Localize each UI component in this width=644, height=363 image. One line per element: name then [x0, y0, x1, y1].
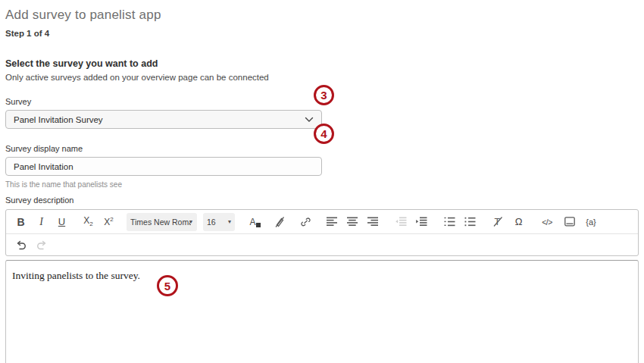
- clear-formatting-button[interactable]: T: [488, 213, 508, 231]
- annotation-circle-3: 3: [314, 85, 334, 105]
- add-survey-page: Add survey to panelist app Step 1 of 4 S…: [0, 0, 644, 363]
- indent-button[interactable]: [411, 213, 432, 231]
- rich-text-toolbar: B I U X2 X2 Times New Roman ▾ 16 ▾ A: [5, 209, 639, 256]
- fullscreen-icon: [564, 216, 576, 227]
- highlight-pen-icon: [274, 216, 286, 228]
- align-left-button[interactable]: [322, 213, 342, 231]
- undo-icon: [15, 239, 27, 251]
- align-left-icon: [327, 217, 338, 227]
- align-center-icon: [347, 217, 358, 227]
- page-title: Add survey to panelist app: [5, 8, 639, 23]
- chevron-down-icon: ▾: [228, 218, 231, 225]
- underline-button[interactable]: U: [52, 213, 72, 231]
- description-editor[interactable]: Inviting panelists to the survey.: [5, 260, 639, 363]
- annotation-circle-4: 4: [314, 124, 334, 144]
- survey-select[interactable]: Panel Invitation Survey: [5, 110, 322, 129]
- description-label: Survey description: [5, 196, 639, 205]
- font-family-value: Times New Roman: [130, 217, 191, 227]
- undo-button[interactable]: [11, 236, 31, 254]
- italic-button[interactable]: I: [31, 213, 52, 231]
- special-character-button[interactable]: Ω: [508, 213, 529, 231]
- highlight-button[interactable]: [269, 213, 289, 231]
- font-size-value: 16: [207, 217, 216, 227]
- superscript-button[interactable]: X2: [98, 213, 119, 231]
- code-icon: </>: [542, 217, 552, 227]
- description-text: Inviting panelists to the survey.: [12, 270, 140, 281]
- subscript-button[interactable]: X2: [78, 213, 98, 231]
- code-view-button[interactable]: </>: [535, 213, 559, 231]
- font-color-button[interactable]: A: [242, 213, 263, 231]
- clear-formatting-icon: T: [492, 216, 504, 227]
- display-name-label: Survey display name: [5, 144, 639, 153]
- unordered-list-button[interactable]: [460, 213, 480, 231]
- outdent-icon: [395, 217, 407, 227]
- align-center-button[interactable]: [342, 213, 363, 231]
- merge-field-button[interactable]: {a}: [580, 213, 602, 231]
- font-color-icon: A: [249, 217, 255, 227]
- font-size-select[interactable]: 16 ▾: [203, 213, 235, 231]
- chevron-down-icon: ▾: [189, 218, 192, 225]
- toolbar-row-2: [6, 233, 638, 255]
- section-subheading: Only active surveys added on your overvi…: [5, 73, 639, 82]
- merge-field-icon: {a}: [586, 217, 596, 227]
- survey-select-value: Panel Invitation Survey: [14, 115, 103, 124]
- italic-icon: I: [39, 216, 43, 228]
- chevron-down-icon: [305, 117, 314, 123]
- indent-icon: [416, 217, 427, 227]
- align-right-button[interactable]: [363, 213, 383, 231]
- toolbar-row-1: B I U X2 X2 Times New Roman ▾ 16 ▾ A: [6, 210, 638, 233]
- underline-icon: U: [58, 216, 65, 227]
- display-name-input[interactable]: [5, 157, 322, 176]
- superscript-icon: X2: [104, 216, 113, 227]
- align-right-icon: [367, 217, 379, 227]
- omega-icon: Ω: [515, 216, 523, 227]
- ordered-list-button[interactable]: [439, 213, 460, 231]
- unordered-list-icon: [464, 217, 476, 227]
- section-heading: Select the survey you want to add: [5, 58, 639, 69]
- annotation-circle-5: 5: [157, 275, 178, 296]
- redo-icon: [36, 239, 48, 251]
- display-name-helper: This is the name that panelists see: [5, 180, 639, 189]
- subscript-icon: X2: [83, 215, 92, 227]
- font-family-select[interactable]: Times New Roman ▾: [127, 213, 197, 231]
- outdent-button: [391, 213, 411, 231]
- link-icon: [299, 216, 312, 228]
- link-button[interactable]: [295, 213, 316, 231]
- step-indicator: Step 1 of 4: [5, 29, 639, 38]
- redo-button: [31, 236, 52, 254]
- bold-button[interactable]: B: [11, 213, 31, 231]
- fullscreen-button[interactable]: [559, 213, 580, 231]
- ordered-list-icon: [444, 217, 455, 227]
- bold-icon: B: [17, 216, 24, 228]
